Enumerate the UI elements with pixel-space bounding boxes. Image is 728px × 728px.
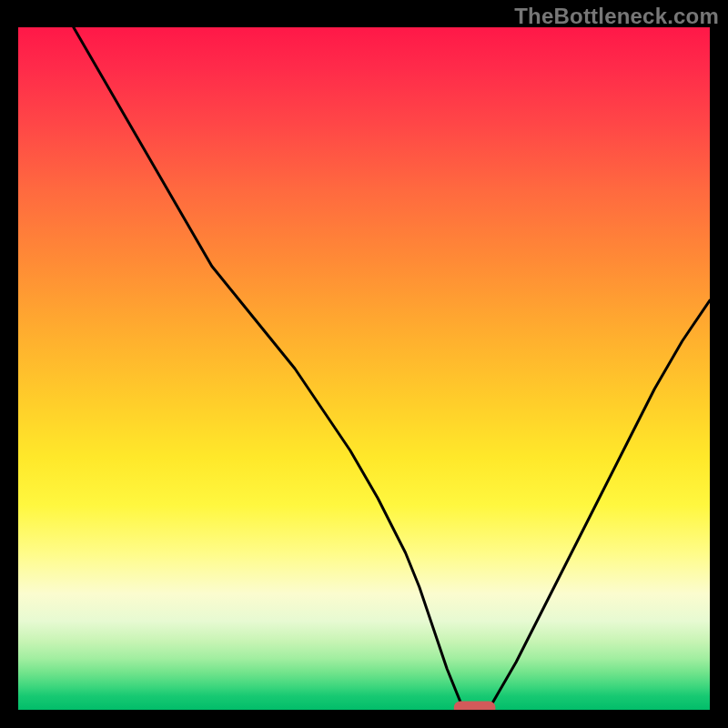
watermark-text: TheBottleneck.com — [514, 4, 719, 29]
plot-area — [18, 27, 710, 710]
bottleneck-curve — [74, 27, 710, 710]
chart-frame: TheBottleneck.com — [0, 0, 728, 728]
chart-svg — [18, 27, 710, 710]
optimal-marker — [454, 702, 496, 711]
